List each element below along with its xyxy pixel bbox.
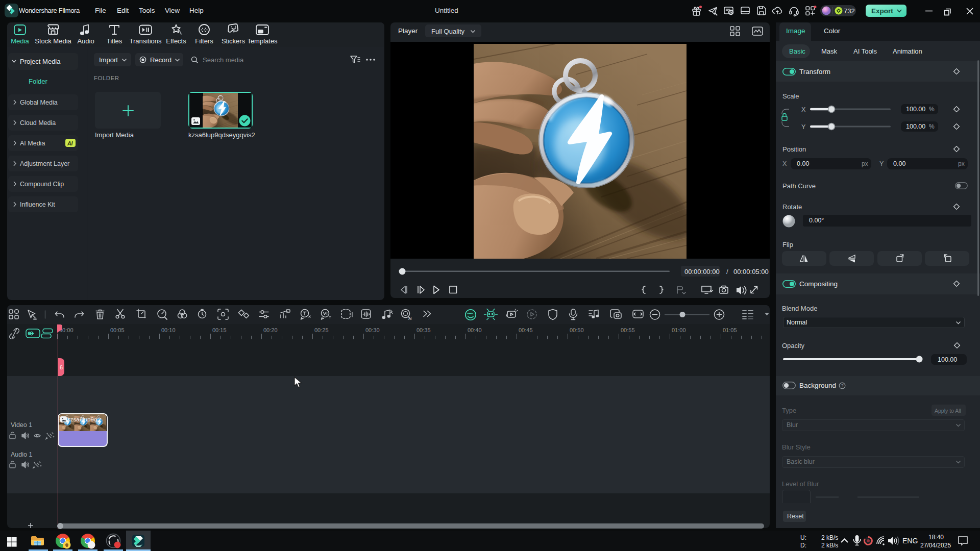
svg-text:Stock Media: Stock Media	[35, 37, 71, 45]
svg-text:01:05: 01:05	[723, 327, 737, 333]
svg-text:ENG: ENG	[902, 537, 918, 545]
svg-text:00:55: 00:55	[621, 327, 635, 333]
svg-text:Audio: Audio	[77, 37, 94, 45]
svg-text:Export: Export	[871, 7, 893, 15]
svg-text:X: X	[801, 106, 806, 113]
svg-text:U:: U:	[800, 534, 806, 541]
svg-text:00:05: 00:05	[110, 327, 125, 333]
svg-text:00:20: 00:20	[263, 327, 278, 333]
svg-text:00:50: 00:50	[570, 327, 584, 333]
svg-text:27/04/2025: 27/04/2025	[920, 542, 951, 549]
svg-text:732: 732	[844, 7, 855, 15]
svg-text:01:00: 01:00	[672, 327, 686, 333]
svg-text:00:25: 00:25	[314, 327, 329, 333]
svg-text:Effects: Effects	[166, 37, 186, 45]
svg-text:Titles: Titles	[107, 37, 122, 45]
svg-text:6: 6	[60, 364, 63, 370]
svg-text:D:: D:	[800, 542, 806, 549]
svg-text:?: ?	[841, 383, 844, 388]
svg-text:00:10: 00:10	[161, 327, 176, 333]
svg-text:Stickers: Stickers	[222, 37, 246, 45]
svg-text:Transitions: Transitions	[129, 37, 162, 45]
svg-text:Media: Media	[11, 37, 29, 45]
svg-text:18:40: 18:40	[928, 534, 944, 541]
svg-text:Templates: Templates	[247, 37, 278, 45]
svg-text:Y: Y	[801, 123, 806, 131]
svg-text:Filters: Filters	[195, 37, 213, 45]
svg-text:00:40: 00:40	[468, 327, 482, 333]
svg-text:2 kB/s: 2 kB/s	[821, 534, 838, 541]
svg-text:00:45: 00:45	[519, 327, 533, 333]
svg-text:00:30: 00:30	[365, 327, 380, 333]
svg-text:AI: AI	[408, 317, 412, 320]
svg-text:00:35: 00:35	[416, 327, 431, 333]
svg-text:2 kB/s: 2 kB/s	[821, 542, 838, 549]
svg-text:00:15: 00:15	[212, 327, 227, 333]
